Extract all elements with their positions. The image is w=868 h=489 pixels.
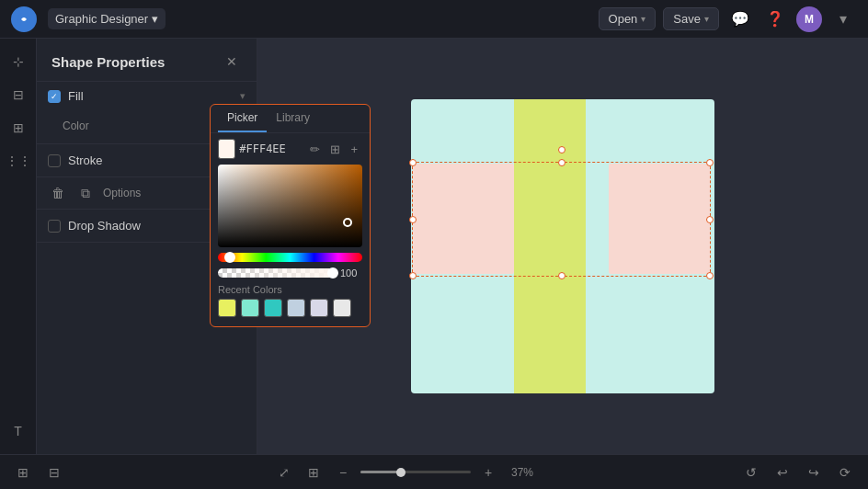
zoom-out-button[interactable]: − <box>331 461 355 484</box>
fill-label: Fill <box>68 89 233 103</box>
recent-colors-label: Recent Colors <box>211 279 257 299</box>
assets-icon-button[interactable]: ⋮⋮ <box>5 147 32 175</box>
zoom-track[interactable] <box>360 471 471 473</box>
bottom-left-actions: ⊞ ⊟ <box>11 461 66 484</box>
main-area: ⊹ ⊟ ⊞ ⋮⋮ T Shape Properties ✕ Fill ▾ Col… <box>0 39 868 454</box>
tab-picker[interactable]: Picker <box>218 105 257 132</box>
zoom-fill <box>360 471 401 473</box>
pink-rect-left-shape[interactable] <box>413 164 514 274</box>
open-chevron: ▾ <box>641 14 645 24</box>
fill-checkbox[interactable] <box>48 90 61 103</box>
delete-fill-button[interactable]: 🗑 <box>48 183 68 203</box>
arrange-button[interactable]: ⊞ <box>302 461 326 484</box>
hue-handle[interactable] <box>224 252 235 263</box>
drop-shadow-label: Drop Shadow <box>68 219 233 233</box>
layers-icon-button[interactable]: ⊞ <box>5 114 32 142</box>
app-name-chevron: ▾ <box>152 12 158 26</box>
app-name-label: Graphic Designer <box>55 12 148 26</box>
app-logo <box>11 6 37 32</box>
redo-button[interactable]: ↪ <box>802 461 826 484</box>
text-icon-button[interactable]: T <box>5 417 32 445</box>
grid-bottom-button[interactable]: ⊟ <box>42 461 66 484</box>
hue-slider[interactable] <box>218 253 257 262</box>
select-icon-button[interactable]: ⊹ <box>5 48 32 75</box>
drop-shadow-checkbox[interactable] <box>48 220 61 233</box>
close-properties-button[interactable]: ✕ <box>222 51 242 72</box>
open-button[interactable]: Open ▾ <box>599 7 657 30</box>
zoom-value: 37% <box>506 466 533 479</box>
properties-header: Shape Properties ✕ <box>37 39 257 82</box>
canvas-stage <box>411 99 714 393</box>
bottom-center-controls: ⤢ ⊞ − + 37% <box>272 461 533 484</box>
zoom-in-button[interactable]: + <box>476 461 500 484</box>
recent-colors-row <box>211 299 257 317</box>
avatar-initial: M <box>805 13 814 26</box>
color-label: Color <box>63 119 218 132</box>
app-name-button[interactable]: Graphic Designer ▾ <box>48 8 166 29</box>
refresh-button[interactable]: ↺ <box>739 461 763 484</box>
chat-icon-button[interactable]: 💬 <box>726 6 754 33</box>
stroke-checkbox[interactable] <box>48 154 61 167</box>
topbar-chevron-button[interactable]: ▾ <box>829 6 857 33</box>
recent-color-0[interactable] <box>218 299 236 317</box>
hex-row: ✏ ⊞ + <box>211 133 257 165</box>
help-icon-button[interactable]: ❓ <box>761 6 789 33</box>
hex-swatch <box>218 139 235 159</box>
icon-bar: ⊹ ⊟ ⊞ ⋮⋮ T <box>0 39 37 454</box>
fill-chevron-icon: ▾ <box>240 90 246 102</box>
avatar[interactable]: M <box>796 6 822 32</box>
components-icon-button[interactable]: ⊟ <box>5 81 32 108</box>
save-button[interactable]: Save ▾ <box>663 7 719 30</box>
topbar-actions: Open ▾ Save ▾ 💬 ❓ M ▾ <box>599 6 857 33</box>
hex-input[interactable] <box>239 142 257 155</box>
options-label: Options <box>103 187 141 199</box>
bottom-right-actions: ↺ ↩ ↪ ⟳ <box>739 461 857 484</box>
fit-view-button[interactable]: ⤢ <box>272 461 296 484</box>
picker-tabs: Picker Library <box>211 105 257 133</box>
recent-color-1[interactable] <box>241 299 257 317</box>
open-label: Open <box>609 12 638 26</box>
color-picker-popup: Picker Library ✏ ⊞ + <box>210 104 257 327</box>
topbar: Graphic Designer ▾ Open ▾ Save ▾ 💬 ❓ M ▾ <box>0 0 868 39</box>
save-chevron: ▾ <box>704 14 709 24</box>
pink-rect-right-shape[interactable] <box>609 164 710 274</box>
alpha-slider[interactable] <box>218 268 257 278</box>
zoom-thumb[interactable] <box>396 468 405 477</box>
yellow-column-shape[interactable] <box>514 99 586 393</box>
save-label: Save <box>673 12 701 26</box>
copy-fill-button[interactable]: ⧉ <box>75 183 96 203</box>
properties-panel: Shape Properties ✕ Fill ▾ Color Picker <box>37 39 257 454</box>
undo-button[interactable]: ↩ <box>771 461 794 484</box>
properties-title: Shape Properties <box>51 54 165 70</box>
stroke-label: Stroke <box>68 154 233 167</box>
alpha-slider-wrap: 100 <box>218 267 257 279</box>
history-button[interactable]: ⟳ <box>833 461 857 484</box>
color-gradient-area[interactable] <box>218 165 257 247</box>
bottom-bar: ⊞ ⊟ ⤢ ⊞ − + 37% ↺ ↩ ↪ ⟳ <box>0 454 868 489</box>
layers-bottom-button[interactable]: ⊞ <box>11 461 35 484</box>
